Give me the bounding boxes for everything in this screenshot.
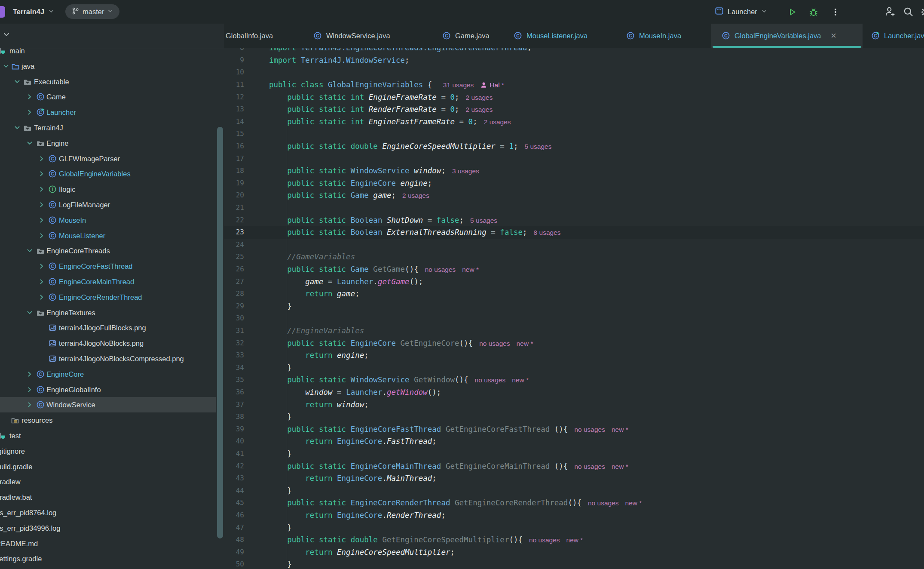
editor-tab-mousein-java[interactable]: CMouseIn.java (618, 24, 711, 48)
tree-item-terrain4jlogonoblocks-png[interactable]: terrain4JlogoNoBlocks.png (0, 335, 224, 351)
chevron-right-icon[interactable] (38, 185, 46, 195)
chevron-right-icon[interactable] (38, 155, 46, 164)
tree-item-terrain4jlogonoblockscompressed-png[interactable]: terrain4JlogoNoBlocksCompressed.png (0, 351, 224, 366)
code-segment: return (305, 437, 332, 446)
tree-item-enginetextures[interactable]: EngineTextures (0, 305, 224, 320)
tree-item--gitignore[interactable]: .gitignore (0, 443, 224, 459)
code-segment: public static (287, 265, 346, 274)
tree-item-label: Ilogic (59, 181, 76, 197)
chevron-down-icon[interactable] (26, 139, 34, 149)
chevron-down-icon[interactable] (13, 124, 21, 133)
line-number: 13 (224, 103, 244, 116)
editor-tab-globalenginevariables-java[interactable]: CGlobalEngineVariables.java✕ (711, 24, 863, 48)
chevron-down-icon[interactable] (26, 309, 34, 318)
close-icon[interactable]: ✕ (831, 32, 837, 40)
tree-item-resources[interactable]: resources (0, 412, 224, 428)
inlay-hint: 2 usages (466, 94, 493, 101)
chevron-right-icon[interactable] (26, 401, 34, 410)
chevron-right-icon[interactable] (26, 93, 34, 102)
code-segment: EngineCoreMainThread (346, 462, 441, 471)
tree-item-terrain4j[interactable]: Terrain4J (0, 120, 224, 135)
chevron-down-icon[interactable] (2, 62, 10, 72)
tree-item-enginecoremainthread[interactable]: CEngineCoreMainThread (0, 274, 224, 289)
chevron-right-icon[interactable] (26, 108, 34, 118)
inlay-hint: 5 usages (525, 143, 552, 150)
chevron-right-icon[interactable] (38, 216, 46, 226)
tree-item-gradlew[interactable]: gradlew (0, 474, 224, 489)
line-number: 24 (224, 239, 244, 251)
editor-tab-windowservice-java[interactable]: CWindowService.java (305, 24, 434, 48)
tree-item-hs-err-pid34996-log[interactable]: hs_err_pid34996.log (0, 520, 224, 536)
tree-item-hs-err-pid8764-log[interactable]: hs_err_pid8764.log (0, 505, 224, 520)
tree-item-label: WindowService (46, 397, 95, 412)
tree-item-label: .gitignore (0, 443, 25, 459)
tree-item-glfwimageparser[interactable]: CGLFWImageParser (0, 151, 224, 166)
editor-tab-globalinfo-java[interactable]: GlobalInfo.java (224, 24, 305, 48)
line-number: 20 (224, 189, 244, 202)
tree-item-mouselistener[interactable]: CMouseListener (0, 228, 224, 243)
tree-item-logfilemanager[interactable]: CLogFileManager (0, 197, 224, 212)
code-segment: GetEngineCoreMainThread (441, 462, 550, 471)
ide-window: Terrain4J master (0, 0, 924, 569)
tree-item-build-gradle[interactable]: build.gradle (0, 459, 224, 474)
chevron-right-icon[interactable] (38, 278, 46, 287)
tree-item-readme-md[interactable]: README.md (0, 536, 224, 551)
code-line-50: 50 } (224, 558, 924, 569)
tree-item-gradlew-bat[interactable]: gradlew.bat (0, 489, 224, 505)
tree-item-enginecore[interactable]: CEngineCore (0, 366, 224, 382)
tree-item-mousein[interactable]: CMouseIn (0, 212, 224, 228)
tree-scrollbar[interactable] (217, 127, 223, 538)
line-number: 33 (224, 349, 244, 362)
search-everywhere-button[interactable] (903, 0, 914, 24)
editor-tab-mouselistener-java[interactable]: CMouseListener.java (505, 24, 618, 48)
tree-item-engineglobalinfo[interactable]: CEngineGlobalInfo (0, 382, 224, 397)
project-icon[interactable] (0, 6, 5, 18)
chevron-right-icon[interactable] (38, 262, 46, 272)
tree-item-enginecorerenderthread[interactable]: CEngineCoreRenderThread (0, 289, 224, 305)
vcs-branch-widget[interactable]: master (65, 4, 119, 19)
more-actions-button[interactable] (831, 0, 840, 24)
tree-item-game[interactable]: CGame (0, 89, 224, 105)
chevron-down-icon[interactable] (13, 78, 21, 87)
chevron-right-icon[interactable] (38, 293, 46, 303)
tree-item-ilogic[interactable]: IIlogic (0, 181, 224, 197)
code-segment: ; (405, 56, 410, 65)
tree-item-terrain4jlogofullblocks-png[interactable]: terrain4JlogoFullBlocks.png (0, 320, 224, 335)
editor-tab-game-java[interactable]: CGame.java (434, 24, 505, 48)
chevron-right-icon[interactable] (38, 170, 46, 179)
code-segment: public static (287, 191, 346, 200)
chevron-down-icon[interactable] (26, 247, 34, 256)
tree-item-label: gradlew.bat (0, 489, 32, 505)
debug-button[interactable] (808, 0, 819, 24)
tree-item-test[interactable]: test (0, 428, 224, 443)
code-segment: false (437, 216, 459, 225)
code-segment: 1 (509, 142, 514, 151)
chevron-right-icon[interactable] (38, 201, 46, 210)
code-with-me-button[interactable] (884, 0, 896, 24)
code-editor[interactable]: 8import Terrain4J.EngineCoreThreads.Engi… (224, 48, 924, 569)
tree-item-launcher[interactable]: CLauncher (0, 105, 224, 120)
chevron-right-icon[interactable] (26, 370, 34, 380)
project-widget[interactable]: Terrain4J (13, 0, 55, 24)
tree-item-enginecorefastthread[interactable]: CEngineCoreFastThread (0, 258, 224, 274)
svg-text:C: C (51, 233, 54, 238)
tree-item-engine[interactable]: Engine (0, 135, 224, 151)
chevron-right-icon[interactable] (26, 386, 34, 395)
code-segment: import (269, 48, 296, 52)
tree-item-java[interactable]: java (0, 58, 224, 74)
tree-item-settings-gradle[interactable]: settings.gradle (0, 551, 224, 566)
tree-item-enginecorethreads[interactable]: EngineCoreThreads (0, 243, 224, 258)
tab-label: MouseIn.java (639, 32, 681, 40)
code-segment: = (323, 277, 337, 286)
tree-item-windowservice[interactable]: CWindowService (0, 397, 216, 412)
code-segment: EngineCore (346, 339, 396, 348)
editor-tab-launcher-java[interactable]: CLauncher.java (863, 24, 924, 48)
run-button[interactable] (787, 0, 797, 24)
tree-item-label: EngineTextures (46, 305, 95, 320)
chevron-right-icon[interactable] (38, 232, 46, 241)
tree-item-globalenginevariables[interactable]: CGlobalEngineVariables (0, 166, 224, 181)
tree-item-executable[interactable]: Executable (0, 74, 224, 89)
chevron-down-icon[interactable] (2, 30, 11, 40)
run-configuration-widget[interactable]: Launcher (714, 0, 768, 24)
settings-gear-icon[interactable] (920, 0, 924, 24)
